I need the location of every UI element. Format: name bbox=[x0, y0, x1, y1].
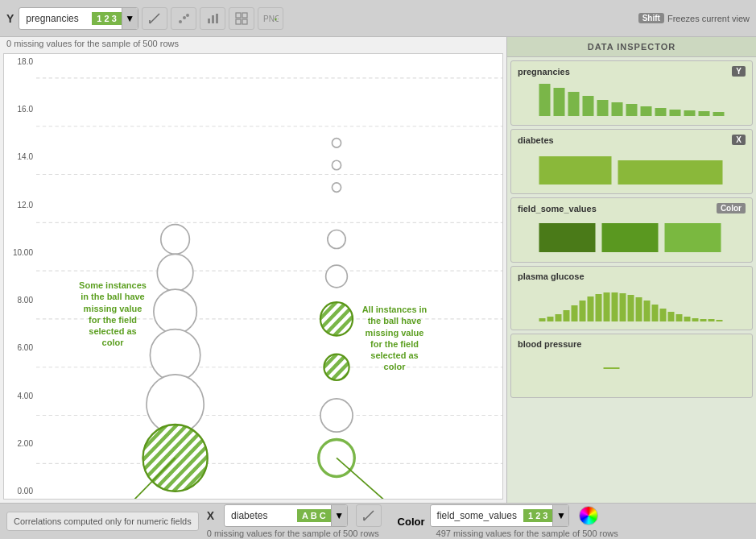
scatter-area: Some instancesin the ball havemissing va… bbox=[36, 54, 502, 499]
svg-rect-61 bbox=[539, 318, 546, 321]
diabetes-mini-chart bbox=[518, 148, 746, 189]
color-label: Color bbox=[398, 516, 425, 528]
svg-rect-77 bbox=[668, 312, 675, 321]
edit-button[interactable] bbox=[142, 7, 167, 30]
inspector-field-header-some-values: field_some_values Color bbox=[518, 203, 746, 214]
y-field-dropdown-button[interactable]: ▼ bbox=[122, 7, 138, 30]
blood-pressure-badge bbox=[737, 343, 746, 345]
svg-rect-83 bbox=[717, 320, 723, 321]
x-field-dropdown-button[interactable]: ▼ bbox=[331, 504, 347, 527]
svg-rect-49 bbox=[626, 104, 638, 116]
edit-icon bbox=[148, 12, 161, 25]
svg-point-39 bbox=[320, 399, 353, 432]
main-area: 0 missing values for the sample of 500 r… bbox=[0, 37, 756, 503]
svg-point-4 bbox=[186, 14, 189, 17]
bar-chart-icon bbox=[206, 12, 219, 25]
svg-rect-63 bbox=[556, 314, 562, 321]
grid-button[interactable] bbox=[229, 7, 254, 30]
plasma-glucose-badge bbox=[737, 276, 746, 277]
x-edit-icon bbox=[362, 509, 375, 522]
y-tick-4: 4.00 bbox=[4, 392, 36, 400]
svg-rect-7 bbox=[216, 14, 218, 23]
inspector-field-plasma-glucose: plasma glucose bbox=[510, 266, 753, 330]
color-field-name: field_some_values bbox=[431, 510, 523, 521]
color-field-selector[interactable]: field_some_values 1 2 3 ▼ bbox=[430, 504, 570, 527]
svg-rect-55 bbox=[713, 112, 725, 116]
blood-pressure-mini-chart bbox=[518, 352, 746, 392]
svg-rect-53 bbox=[684, 110, 696, 116]
svg-point-34 bbox=[332, 183, 341, 193]
top-toolbar: Y pregnancies 1 2 3 ▼ bbox=[0, 0, 756, 37]
svg-point-33 bbox=[332, 160, 341, 170]
x-field-selector[interactable]: diabetes A B C ▼ bbox=[224, 504, 348, 527]
svg-rect-45 bbox=[568, 92, 580, 116]
bar-chart-button[interactable] bbox=[200, 7, 225, 30]
svg-rect-81 bbox=[700, 319, 707, 321]
pregnancies-badge: Y bbox=[732, 66, 746, 77]
y-axis-label: Y bbox=[6, 12, 14, 25]
y-field-type-badge: 1 2 3 bbox=[92, 12, 121, 25]
y-tick-2: 2.00 bbox=[4, 439, 36, 448]
color-field-type-badge: 1 2 3 bbox=[523, 509, 552, 522]
svg-rect-47 bbox=[597, 100, 609, 116]
svg-rect-75 bbox=[652, 305, 659, 321]
annotation-right: All instances inthe ball havemissing val… bbox=[342, 304, 447, 373]
svg-rect-70 bbox=[612, 292, 618, 321]
svg-rect-51 bbox=[655, 108, 667, 116]
inspector-field-blood-pressure: blood pressure bbox=[510, 334, 753, 398]
color-wheel-button[interactable] bbox=[579, 506, 598, 525]
y-field-name: pregnancies bbox=[19, 13, 92, 24]
chart-section: 0 missing values for the sample of 500 r… bbox=[0, 37, 506, 503]
freeze-text: Freezes current view bbox=[667, 14, 750, 23]
svg-rect-67 bbox=[588, 296, 594, 321]
color-section: Color field_some_values 1 2 3 ▼ 497 miss… bbox=[398, 504, 618, 538]
inspector-field-header-blood-pressure: blood pressure bbox=[518, 339, 746, 349]
svg-rect-66 bbox=[580, 301, 586, 321]
svg-rect-72 bbox=[628, 295, 634, 321]
y-tick-6: 6.00 bbox=[4, 343, 36, 352]
y-tick-16: 16.0 bbox=[4, 105, 36, 114]
y-axis: 18.0 16.0 14.0 12.0 10.00 8.00 6.00 4.00… bbox=[4, 54, 36, 499]
y-tick-12: 12.0 bbox=[4, 201, 36, 209]
y-tick-14: 14.0 bbox=[4, 152, 36, 161]
pregnancies-mini-chart bbox=[518, 80, 746, 120]
svg-rect-80 bbox=[692, 318, 699, 321]
bottom-x-section: X diabetes A B C ▼ 0 missing values for … bbox=[207, 504, 382, 538]
svg-rect-9 bbox=[242, 13, 247, 18]
y-field-selector[interactable]: pregnancies 1 2 3 ▼ bbox=[19, 7, 138, 30]
svg-rect-74 bbox=[644, 301, 651, 321]
y-tick-8: 8.00 bbox=[4, 296, 36, 305]
svg-rect-76 bbox=[660, 309, 667, 321]
svg-point-35 bbox=[328, 230, 345, 249]
some-values-field-name: field_some_values bbox=[518, 204, 597, 214]
svg-rect-59 bbox=[602, 223, 659, 252]
bottom-bar: Correlations computed only for numeric f… bbox=[0, 503, 756, 539]
inspector-field-some-values: field_some_values Color bbox=[510, 197, 753, 263]
scatter-button[interactable] bbox=[171, 7, 196, 30]
svg-rect-52 bbox=[670, 110, 681, 116]
y-missing-info: 0 missing values for the sample of 500 r… bbox=[0, 37, 506, 53]
inspector-field-header-diabetes: diabetes X bbox=[518, 135, 746, 145]
svg-rect-78 bbox=[676, 314, 683, 321]
inspector-field-diabetes: diabetes X bbox=[510, 129, 753, 194]
grid-icon bbox=[235, 12, 248, 25]
y-tick-10: 10.00 bbox=[4, 248, 36, 257]
svg-rect-54 bbox=[699, 111, 710, 116]
svg-rect-58 bbox=[539, 223, 596, 252]
svg-rect-48 bbox=[612, 102, 623, 116]
svg-rect-71 bbox=[620, 293, 626, 321]
plasma-glucose-mini-chart bbox=[518, 284, 746, 325]
svg-rect-11 bbox=[242, 19, 247, 24]
color-field-dropdown-button[interactable]: ▼ bbox=[552, 504, 568, 527]
svg-rect-56 bbox=[539, 156, 612, 185]
some-values-mini-chart bbox=[518, 217, 746, 257]
inspector-body[interactable]: pregnancies Y bbox=[507, 57, 756, 503]
x-edit-button[interactable] bbox=[356, 504, 382, 527]
scatter-svg bbox=[36, 54, 502, 499]
download-button[interactable]: PNG bbox=[258, 7, 283, 30]
svg-rect-73 bbox=[636, 297, 642, 321]
svg-rect-46 bbox=[583, 96, 594, 116]
svg-point-3 bbox=[183, 16, 186, 19]
svg-rect-10 bbox=[236, 19, 241, 24]
svg-rect-82 bbox=[708, 319, 715, 321]
